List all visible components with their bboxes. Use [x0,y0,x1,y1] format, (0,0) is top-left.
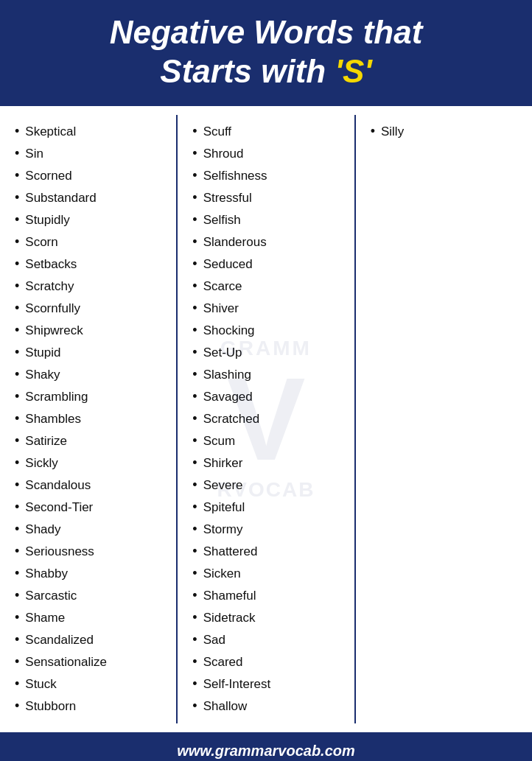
list-item: Scuff [192,121,345,143]
list-item: Sin [15,143,167,165]
list-item: Stupid [15,342,167,364]
page-title: Negative Words that Starts with 'S' [15,13,517,91]
list-item: Sarcastic [15,585,167,607]
list-item: Stubborn [15,695,167,718]
list-item: Scared [192,651,345,673]
list-item: Slashing [192,364,345,386]
list-item: Shambles [15,408,167,430]
list-item: Scorned [15,165,167,187]
list-item: Scum [192,430,345,452]
list-item: Savaged [192,386,345,408]
list-item: Shame [15,607,167,629]
list-item: Substandard [15,187,167,209]
list-item: Stressful [192,187,345,209]
list-item: Second-Tier [15,497,167,519]
list-item: Shady [15,519,167,541]
list-item: Slanderous [192,231,345,253]
list-item: Seduced [192,253,345,276]
list-item: Set-Up [192,342,345,364]
list-item: Sensationalize [15,651,167,673]
list-item: Shirker [192,452,345,474]
list-item: Sicken [192,563,345,585]
list-item: Selfish [192,209,345,231]
list-item: Sidetrack [192,607,345,629]
columns-wrapper: SkepticalSinScornedSubstandardStupidlySc… [0,106,532,732]
column-3-list: Silly [371,121,523,143]
list-item: Seriousness [15,541,167,563]
column-3: Silly [356,115,532,723]
content-area: GRAMM V RVOCAB SkepticalSinScornedSubsta… [0,106,532,732]
list-item: Sickly [15,452,167,474]
list-item: Scorn [15,231,167,253]
page-header: Negative Words that Starts with 'S' [0,0,532,106]
column-1: SkepticalSinScornedSubstandardStupidlySc… [0,115,178,723]
list-item: Scandalous [15,474,167,497]
list-item: Shattered [192,541,345,563]
list-item: Setbacks [15,253,167,276]
list-item: Shaky [15,364,167,386]
list-item: Scornfully [15,298,167,320]
footer-url: www.grammarvocab.com [177,743,355,759]
list-item: Shroud [192,143,345,165]
list-item: Shocking [192,320,345,342]
list-item: Stormy [192,519,345,541]
page-footer: www.grammarvocab.com [0,732,532,761]
list-item: Scratched [192,408,345,430]
list-item: Shallow [192,695,345,718]
list-item: Scandalized [15,629,167,651]
column-2: ScuffShroudSelfishnessStressfulSelfishSl… [178,115,355,723]
list-item: Stupidly [15,209,167,231]
column-2-list: ScuffShroudSelfishnessStressfulSelfishSl… [192,121,345,718]
list-item: Shipwreck [15,320,167,342]
list-item: Shameful [192,585,345,607]
list-item: Severe [192,474,345,497]
list-item: Scratchy [15,276,167,298]
list-item: Shiver [192,298,345,320]
list-item: Silly [371,121,523,143]
list-item: Self-Interest [192,673,345,695]
list-item: Scarce [192,276,345,298]
list-item: Selfishness [192,165,345,187]
list-item: Satirize [15,430,167,452]
column-1-list: SkepticalSinScornedSubstandardStupidlySc… [15,121,167,718]
list-item: Spiteful [192,497,345,519]
list-item: Shabby [15,563,167,585]
list-item: Skeptical [15,121,167,143]
list-item: Stuck [15,673,167,695]
list-item: Scrambling [15,386,167,408]
list-item: Sad [192,629,345,651]
